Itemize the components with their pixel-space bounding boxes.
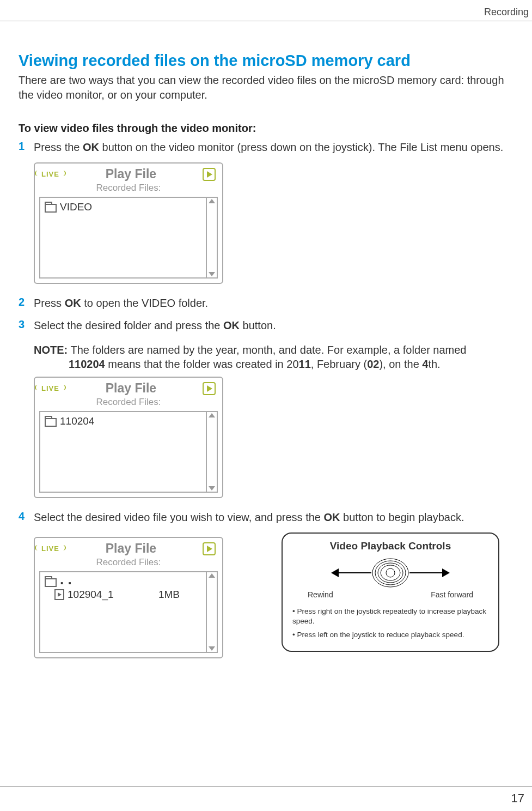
svg-point-1 <box>375 561 406 585</box>
video-playback-controls-box: Video Playback Controls <box>282 532 499 652</box>
page-content: Viewing recorded files on the microSD me… <box>19 52 513 669</box>
svg-point-3 <box>381 565 400 580</box>
live-badge: LIVE <box>41 384 59 392</box>
t: button on the video monitor (press down … <box>99 141 503 153</box>
step-number: 1 <box>19 140 34 155</box>
scrollbar <box>207 411 218 493</box>
step-2: 2 Press OK to open the VIDEO folder. <box>34 296 513 311</box>
file-size: 1MB <box>158 589 180 601</box>
list-item: 110204 <box>45 415 201 427</box>
intro-paragraph: There are two ways that you can view the… <box>19 73 513 102</box>
list-item: VIDEO <box>45 201 201 213</box>
step-text: Select the desired folder and press the … <box>34 318 513 333</box>
arrow-left <box>331 568 371 577</box>
parent-folder: . . <box>60 576 72 588</box>
t: The folders are named by the year, month… <box>68 344 466 356</box>
scroll-up-icon <box>209 413 215 417</box>
svg-point-2 <box>378 563 403 583</box>
file-list: VIDEO <box>39 197 207 279</box>
live-badge: LIVE <box>41 170 59 178</box>
arrow-right <box>409 568 450 577</box>
vpc-bullet-1: • Press right on the joystick repeatedly… <box>292 607 488 626</box>
scroll-down-icon <box>209 486 215 491</box>
scroll-down-icon <box>209 646 215 651</box>
step-number: 3 <box>19 318 34 333</box>
note-label: NOTE: <box>34 344 68 356</box>
t: means that the folder was created in 20 <box>105 358 299 370</box>
arrow-left-icon <box>331 568 339 577</box>
t: Select the desired video file you wish t… <box>34 511 324 523</box>
file-name: 102904_1 <box>68 589 114 601</box>
t-bold: OK <box>83 141 99 153</box>
vpc-title: Video Playback Controls <box>292 540 488 552</box>
rewind-label: Rewind <box>308 590 333 599</box>
playfile-screenshot-3: LIVE Play File Recorded Files: . . 10290… <box>34 537 223 658</box>
play-icon <box>203 542 216 555</box>
t: , February ( <box>311 358 367 370</box>
play-icon <box>203 382 216 395</box>
t-bold: 02 <box>367 358 379 370</box>
playfile-title: Play File <box>106 381 156 396</box>
folder-icon <box>45 578 57 587</box>
list-item: 102904_1 1MB <box>54 589 201 601</box>
step-text: Press OK to open the VIDEO folder. <box>34 296 513 311</box>
playfile-subtitle: Recorded Files: <box>39 397 218 408</box>
t: button to begin playback. <box>340 511 464 523</box>
header-section-label: Recording <box>484 7 529 18</box>
fast-forward-label: Fast forward <box>431 590 473 599</box>
t-bold: OK <box>223 319 240 331</box>
t-bold: OK <box>65 297 81 309</box>
playfile-screenshot-2: LIVE Play File Recorded Files: 110204 <box>34 377 223 498</box>
t: button. <box>240 319 276 331</box>
step-number: 2 <box>19 296 34 311</box>
scroll-up-icon <box>209 573 215 578</box>
step-number: 4 <box>19 510 34 525</box>
step-4: 4 Select the desired video file you wish… <box>34 510 513 525</box>
scroll-down-icon <box>209 272 215 276</box>
page-number: 17 <box>511 791 524 806</box>
step-1: 1 Press the OK button on the video monit… <box>34 140 513 155</box>
folder-icon <box>45 418 57 427</box>
playfile-title: Play File <box>106 541 156 556</box>
step-text: Press the OK button on the video monitor… <box>34 140 513 155</box>
t: Select the desired folder and press the <box>34 319 223 331</box>
file-list: . . 102904_1 1MB <box>39 571 207 653</box>
vpc-bullet-2: • Press left on the joystick to reduce p… <box>292 630 488 640</box>
svg-point-4 <box>386 568 395 577</box>
header-rule <box>0 21 532 21</box>
playfile-screenshot-1: LIVE Play File Recorded Files: VIDEO <box>34 162 223 284</box>
t-bold: 11 <box>299 358 311 370</box>
scrollbar <box>207 197 218 279</box>
step-3: 3 Select the desired folder and press th… <box>34 318 513 333</box>
t: Press the <box>34 141 83 153</box>
play-icon <box>203 168 216 181</box>
playfile-title: Play File <box>106 167 156 181</box>
folder-icon <box>45 204 57 213</box>
procedure-heading: To view video files through the video mo… <box>19 122 513 135</box>
playfile-subtitle: Recorded Files: <box>39 557 218 568</box>
t-bold: 110204 <box>69 358 105 370</box>
t: Press <box>34 297 65 309</box>
playfile-subtitle: Recorded Files: <box>39 183 218 193</box>
folder-name: VIDEO <box>60 201 92 213</box>
folder-name: 110204 <box>60 415 94 427</box>
joystick-icon <box>371 558 409 588</box>
arrow-right-icon <box>442 568 450 577</box>
video-file-icon <box>54 589 64 600</box>
vpc-diagram <box>292 558 488 588</box>
file-list: 110204 <box>39 411 207 493</box>
step-text: Select the desired video file you wish t… <box>34 510 513 525</box>
note-block: NOTE: The folders are named by the year,… <box>34 343 513 371</box>
list-item: . . <box>45 576 201 588</box>
t: ), on the <box>379 358 422 370</box>
t: th. <box>428 358 440 370</box>
scroll-up-icon <box>209 199 215 203</box>
live-badge: LIVE <box>41 544 59 553</box>
footer-rule <box>0 786 532 787</box>
t-bold: 4 <box>422 358 428 370</box>
t-bold: OK <box>324 511 340 523</box>
t: to open the VIDEO folder. <box>81 297 208 309</box>
bottom-row: LIVE Play File Recorded Files: . . 10290… <box>34 532 513 669</box>
scrollbar <box>207 571 218 653</box>
page-heading: Viewing recorded files on the microSD me… <box>19 52 513 70</box>
